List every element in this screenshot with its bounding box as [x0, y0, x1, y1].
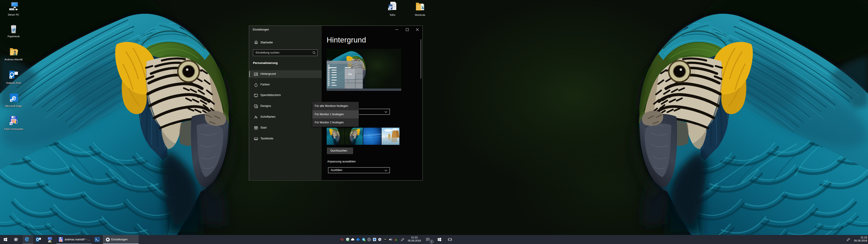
- svg-text:e: e: [12, 93, 16, 102]
- svg-text:ster: ster: [421, 5, 424, 7]
- svg-text:Aa: Aa: [348, 72, 352, 76]
